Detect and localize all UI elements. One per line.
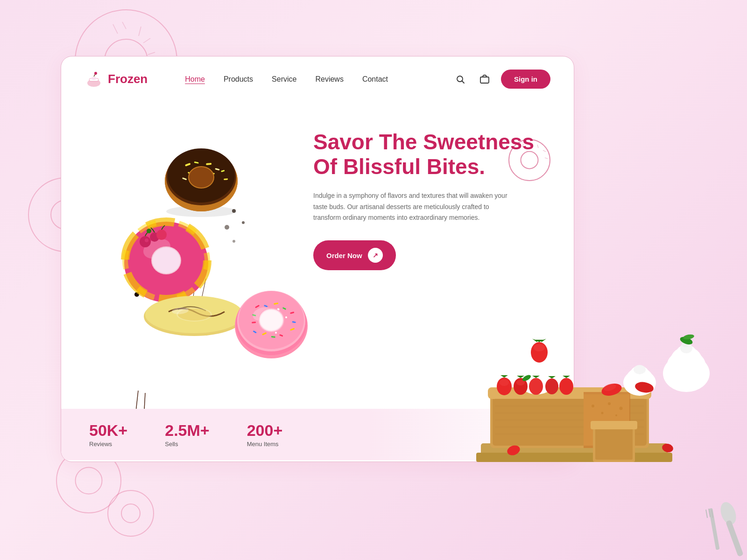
svg-point-18 — [242, 221, 245, 224]
hero-description: Indulge in a symphony of flavors and tex… — [313, 190, 509, 224]
logo-icon — [85, 70, 103, 89]
svg-point-150 — [545, 378, 558, 394]
svg-point-136 — [634, 365, 646, 374]
stat-menu-number: 200+ — [247, 421, 283, 440]
svg-point-112 — [601, 412, 604, 414]
stat-sells: 2.5M+ Sells — [165, 421, 209, 448]
logo[interactable]: Frozen — [85, 70, 148, 89]
chocolate-donut — [155, 139, 248, 218]
svg-point-19 — [225, 225, 229, 230]
card-donut-topright — [508, 139, 550, 181]
svg-rect-120 — [591, 421, 637, 429]
signin-button[interactable]: Sign in — [501, 70, 550, 89]
svg-rect-119 — [595, 427, 633, 460]
svg-line-3 — [143, 38, 150, 43]
svg-point-8 — [91, 77, 97, 80]
stat-menu-items: 200+ Menu Items — [247, 421, 283, 448]
svg-point-115 — [620, 407, 623, 410]
search-icon[interactable] — [452, 71, 468, 87]
svg-rect-164 — [709, 508, 720, 550]
svg-point-113 — [608, 402, 611, 405]
svg-point-20 — [233, 240, 235, 243]
nav-reviews[interactable]: Reviews — [315, 75, 343, 84]
svg-point-152 — [559, 378, 573, 395]
svg-marker-153 — [563, 376, 570, 378]
svg-line-95 — [537, 145, 538, 148]
svg-point-144 — [500, 379, 509, 386]
food-photo — [444, 280, 747, 560]
nav-actions: Sign in — [452, 70, 550, 89]
nav-products[interactable]: Products — [224, 75, 253, 84]
nav-links: Home Products Service Reviews Contact — [185, 75, 452, 84]
svg-line-2 — [139, 27, 141, 36]
cart-icon[interactable] — [477, 71, 493, 87]
svg-line-12 — [462, 81, 465, 83]
svg-line-165 — [706, 510, 707, 518]
svg-point-114 — [615, 414, 617, 416]
svg-point-49 — [189, 167, 213, 188]
stat-reviews: 50K+ Reviews — [89, 421, 127, 448]
svg-point-58 — [145, 238, 148, 242]
stat-sells-number: 2.5M+ — [165, 421, 209, 440]
svg-point-111 — [592, 405, 594, 407]
svg-point-56 — [152, 247, 180, 273]
svg-point-88 — [275, 332, 277, 334]
svg-line-97 — [545, 158, 548, 159]
svg-marker-140 — [541, 339, 546, 342]
svg-point-57 — [140, 236, 151, 247]
svg-rect-13 — [480, 77, 489, 83]
order-now-button[interactable]: Order Now ↗ — [313, 240, 396, 270]
nav-contact[interactable]: Contact — [362, 75, 388, 84]
svg-rect-99 — [476, 453, 672, 462]
svg-point-92 — [260, 310, 282, 330]
svg-line-93 — [522, 144, 523, 147]
svg-point-141 — [534, 344, 545, 351]
nav-home[interactable]: Home — [185, 75, 205, 84]
svg-point-86 — [285, 316, 287, 318]
bg-donut-bottomleft2 — [107, 490, 154, 537]
stat-reviews-number: 50K+ — [89, 421, 127, 440]
svg-line-4 — [148, 52, 155, 55]
stat-reviews-label: Reviews — [89, 441, 112, 448]
order-arrow-icon: ↗ — [368, 248, 383, 263]
svg-marker-143 — [500, 375, 508, 378]
svg-line-0 — [113, 24, 118, 34]
stat-sells-label: Sells — [165, 441, 178, 448]
svg-point-148 — [529, 378, 543, 395]
svg-line-94 — [530, 143, 530, 146]
svg-line-1 — [122, 22, 126, 29]
svg-line-96 — [543, 150, 546, 152]
donut-tr-lines — [509, 140, 551, 182]
svg-point-61 — [156, 230, 167, 240]
svg-point-10 — [96, 72, 97, 73]
cake-illustration — [444, 280, 747, 560]
svg-rect-163 — [726, 520, 744, 557]
pink-sprinkle-donut — [229, 284, 313, 368]
svg-point-59 — [147, 229, 151, 233]
stat-menu-label: Menu Items — [247, 441, 279, 448]
brand-name: Frozen — [108, 72, 148, 86]
hero-left — [61, 102, 304, 460]
navbar: Frozen Home Products Service Reviews Con… — [61, 56, 574, 102]
nav-service[interactable]: Service — [272, 75, 296, 84]
svg-marker-139 — [532, 339, 538, 342]
